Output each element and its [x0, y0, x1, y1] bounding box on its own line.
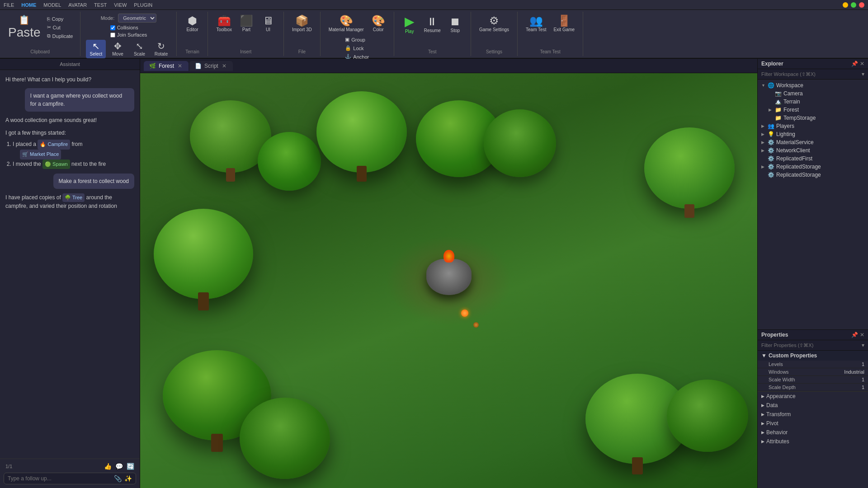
networkclient-icon: ⚙️ — [768, 147, 774, 154]
tree-item-lighting[interactable]: ▶ 💡 Lighting — [758, 130, 868, 138]
levels-value[interactable]: 1 — [862, 361, 864, 367]
close-icon[interactable] — [859, 2, 864, 8]
toolbox-button[interactable]: 🧰 Toolbox — [213, 14, 234, 34]
windows-value[interactable]: Industrial — [844, 369, 864, 375]
prop-filter-bar: ▾ — [758, 340, 868, 351]
behavior-chevron: ▶ — [761, 430, 764, 435]
menu-view[interactable]: VIEW — [114, 2, 127, 8]
material-manager-button[interactable]: 🎨 Material Manager — [326, 14, 367, 34]
sparkle-button[interactable]: ✨ — [124, 475, 132, 482]
game-settings-button[interactable]: ⚙ Game Settings — [476, 14, 512, 34]
refresh-button[interactable]: 🔄 — [127, 463, 134, 470]
explorer-close-button[interactable]: ✕ — [860, 61, 864, 67]
menu-test[interactable]: TEST — [94, 2, 107, 8]
tree-item-terrain[interactable]: 🏔️ Terrain — [758, 98, 868, 106]
campfire-tag: 🔥 Campfire — [38, 140, 70, 150]
prop-filter-dropdown[interactable]: ▾ — [862, 342, 864, 348]
ui-button[interactable]: 🖥 UI — [258, 14, 278, 34]
center-area: 🌿 Forest ✕ 📄 Script ✕ — [140, 59, 757, 488]
menu-model[interactable]: MODEL — [43, 2, 61, 8]
appearance-chevron: ▶ — [761, 394, 764, 399]
team-test-button[interactable]: 👥 Team Test — [523, 14, 549, 34]
networkclient-chevron: ▶ — [761, 148, 766, 153]
part-button[interactable]: ⬛ Part — [236, 14, 256, 34]
join-surfaces-checkbox[interactable] — [110, 33, 115, 38]
scale-button[interactable]: ⤡ Scale — [129, 40, 149, 58]
materialservice-icon: ⚙️ — [768, 139, 774, 145]
menu-home[interactable]: HOME — [21, 2, 36, 8]
tab-forest[interactable]: 🌿 Forest ✕ — [144, 61, 189, 71]
explorer-filter-input[interactable] — [761, 71, 860, 77]
menu-plugin[interactable]: PLUGIN — [134, 2, 152, 8]
custom-properties-header[interactable]: ▼ Custom Properties — [758, 351, 868, 361]
tab-script[interactable]: 📄 Script ✕ — [189, 61, 233, 71]
explorer-filter-dropdown[interactable]: ▾ — [862, 71, 864, 77]
copy-button[interactable]: ⎘Copy — [45, 15, 75, 23]
mode-select[interactable]: Geometric — [118, 14, 156, 23]
tree-item-networkclient[interactable]: ▶ ⚙️ NetworkClient — [758, 146, 868, 155]
team-test-group: 👥 Team Test 🚪 Exit Game Team Test — [518, 12, 583, 56]
thumbsup-button[interactable]: 👍 — [104, 463, 112, 470]
tree-item-workspace[interactable]: ▼ 🌐 Workspace — [758, 81, 868, 89]
chat-msg-response2: I have placed copies of 🌳 Tree around th… — [5, 193, 134, 210]
maximize-icon[interactable] — [851, 2, 856, 8]
prop-filter-input[interactable] — [761, 343, 862, 348]
properties-pin-button[interactable]: 📌 — [851, 332, 858, 338]
forest-tab-close[interactable]: ✕ — [177, 63, 183, 69]
viewport[interactable] — [140, 73, 757, 488]
move-button[interactable]: ✥ Move — [108, 40, 127, 58]
properties-close-button[interactable]: ✕ — [860, 332, 864, 338]
prop-group-transform[interactable]: ▶ Transform — [758, 410, 868, 419]
settings-label: Settings — [486, 49, 502, 54]
tree-tag: 🌳 Tree — [62, 193, 85, 202]
prop-group-attributes[interactable]: ▶ Attributes — [758, 437, 868, 446]
tree-item-replicatedstorage2[interactable]: ⚙️ ReplicatedStorage — [758, 171, 868, 179]
edit-group: 🎨 Material Manager 🎨 Color ▣Group 🔒Lock … — [321, 12, 394, 56]
cut-button[interactable]: ✂Cut — [45, 23, 75, 31]
lock-button[interactable]: 🔒Lock — [343, 44, 371, 52]
group-button[interactable]: ▣Group — [343, 36, 371, 43]
players-chevron: ▶ — [761, 124, 766, 128]
minimize-icon[interactable] — [843, 2, 848, 8]
script-tab-close[interactable]: ✕ — [221, 63, 227, 69]
tree-item-forest[interactable]: ▶ 📁 Forest — [758, 106, 868, 114]
tree-item-materialservice[interactable]: ▶ ⚙️ MaterialService — [758, 138, 868, 146]
prop-group-data[interactable]: ▶ Data — [758, 401, 868, 410]
play-button[interactable]: ▶ Play — [400, 14, 420, 36]
scalewidth-value[interactable]: 1 — [862, 377, 864, 382]
chat-input[interactable] — [8, 475, 111, 482]
editor-button[interactable]: ⬢ Editor — [182, 14, 202, 34]
explorer-pin-button[interactable]: 📌 — [851, 61, 858, 67]
rotate-button[interactable]: ↻ Rotate — [151, 40, 171, 58]
stop-button[interactable]: ⏹ Stop — [445, 14, 465, 35]
collisions-checkbox[interactable] — [110, 25, 115, 30]
lighting-chevron: ▶ — [761, 132, 766, 136]
explorer-panel: Explorer 📌 ✕ ▾ ▼ 🌐 Workspace — [758, 59, 868, 330]
players-icon: 👥 — [768, 123, 774, 129]
import3d-button[interactable]: 📦 Import 3D — [289, 14, 315, 34]
duplicate-button[interactable]: ⧉Duplicate — [45, 32, 75, 40]
prop-group-pivot[interactable]: ▶ Pivot — [758, 419, 868, 428]
resume-button[interactable]: ⏸ Resume — [421, 14, 443, 35]
select-button[interactable]: ↖ Select — [86, 40, 106, 58]
tempstorage-label: TempStorage — [783, 115, 864, 121]
menu-file[interactable]: FILE — [4, 2, 14, 8]
prop-group-behavior[interactable]: ▶ Behavior — [758, 428, 868, 437]
tree-item-camera[interactable]: 📷 Camera — [758, 89, 868, 98]
explorer-controls: 📌 ✕ — [851, 61, 864, 67]
comment-button[interactable]: 💬 — [115, 463, 123, 470]
prop-group-appearance[interactable]: ▶ Appearance — [758, 392, 868, 401]
scaledepth-value[interactable]: 1 — [862, 385, 864, 390]
color-button[interactable]: 🎨 Color — [368, 14, 388, 34]
tree-item-replicatedfirst[interactable]: ⚙️ ReplicatedFirst — [758, 155, 868, 163]
paste-button[interactable]: 📋 Paste — [5, 14, 43, 42]
tools-row-checks: Collisions Join Surfaces — [110, 24, 147, 38]
tree-item-tempstorage[interactable]: 📁 TempStorage — [758, 114, 868, 122]
menu-avatar[interactable]: AVATAR — [68, 2, 87, 8]
prop-row-scaledepth: Scale Depth 1 — [758, 384, 868, 391]
explorer-title: Explorer — [761, 61, 783, 67]
exit-game-button[interactable]: 🚪 Exit Game — [551, 14, 577, 34]
attach-button[interactable]: 📎 — [114, 475, 122, 482]
tree-item-replicatedstorage1[interactable]: ▶ ⚙️ ReplicatedStorage — [758, 163, 868, 171]
tree-item-players[interactable]: ▶ 👥 Players — [758, 122, 868, 130]
